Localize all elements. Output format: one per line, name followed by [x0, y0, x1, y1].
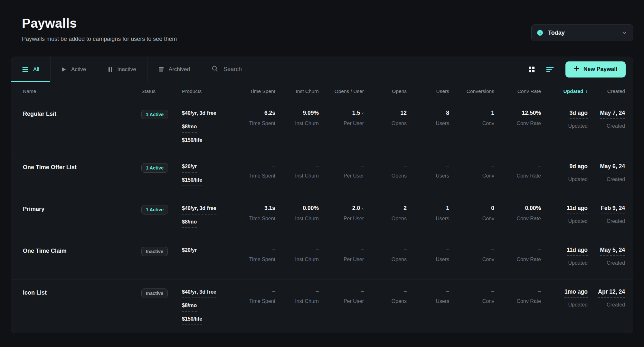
new-paywall-button[interactable]: New Paywall — [565, 61, 626, 78]
sort-list-icon[interactable] — [545, 65, 555, 74]
metric-cell-users: 8Users — [407, 110, 449, 146]
updated-label: Updated — [541, 302, 588, 308]
metric-value: – — [319, 163, 364, 169]
sort-arrow-icon: ↓ — [585, 88, 588, 94]
updated-label: Updated — [541, 177, 588, 182]
metric-value: – — [449, 163, 494, 169]
status-cell: Inactive — [141, 288, 182, 325]
metric-label: Per User — [319, 298, 364, 304]
products-cell: $20/yr$150/life — [182, 163, 240, 188]
product-item[interactable]: $150/life — [182, 316, 202, 325]
product-item[interactable]: $150/life — [182, 137, 202, 146]
play-icon — [62, 67, 66, 72]
metric-value: 9.09% — [275, 110, 319, 116]
created-value[interactable]: May 5, 24 — [600, 247, 625, 256]
metric-cell-opens-per-user: 1.5×Per User — [319, 110, 364, 146]
updated-value[interactable]: 3d ago — [570, 110, 588, 119]
column-header-conv-rate[interactable]: Conv Rate — [494, 88, 541, 94]
metric-cell-opens-per-user: –Per User — [319, 288, 364, 325]
metric-label: Opens — [364, 173, 407, 179]
metric-value: – — [364, 163, 407, 169]
metric-label: Inst Churn — [275, 216, 319, 222]
tab-all[interactable]: All — [11, 57, 51, 82]
date-filter-dropdown[interactable]: Today — [531, 24, 633, 41]
metric-cell-inst-churn: –Inst Churn — [275, 247, 319, 272]
metric-cell-inst-churn: –Inst Churn — [275, 288, 319, 325]
metric-value: 8 — [407, 110, 449, 116]
product-item[interactable]: $40/yr, 3d free — [182, 289, 216, 298]
product-item[interactable]: $150/life — [182, 177, 202, 186]
metric-cell-conversions: –Conv — [449, 163, 494, 188]
column-header-conversions[interactable]: Conversions — [449, 88, 494, 94]
metric-label: Conv Rate — [494, 298, 541, 304]
product-item[interactable]: $20/yr — [182, 247, 197, 256]
metric-cell-conversions: 0Conv — [449, 205, 494, 230]
metric-value: 0 — [449, 205, 494, 212]
metric-cell-conversions: –Conv — [449, 247, 494, 272]
metric-label: Time Spent — [240, 121, 275, 126]
created-value[interactable]: May 6, 24 — [600, 163, 625, 172]
updated-value[interactable]: 1mo ago — [564, 288, 588, 298]
updated-value[interactable]: 9d ago — [570, 163, 588, 172]
created-value[interactable]: Apr 12, 24 — [598, 288, 625, 298]
metric-value: – — [494, 288, 541, 294]
column-header-name[interactable]: Name — [23, 88, 141, 94]
tab-archived[interactable]: Archived — [147, 57, 201, 82]
tab-active[interactable]: Active — [51, 57, 97, 82]
grid-view-icon[interactable] — [527, 65, 536, 74]
metric-cell-conversions: 1Conv — [449, 110, 494, 146]
table-row[interactable]: One Time Offer List 1 Active $20/yr$150/… — [11, 154, 633, 196]
column-header-created[interactable]: Created — [588, 88, 625, 94]
metric-label: Opens — [364, 298, 407, 304]
metric-cell-inst-churn: –Inst Churn — [275, 163, 319, 188]
metric-value: 0.00% — [494, 205, 541, 212]
created-cell: Apr 12, 24 Created — [588, 288, 625, 325]
column-header-inst-churn[interactable]: Inst Churn — [275, 88, 319, 94]
metric-label: Time Spent — [240, 173, 275, 179]
metric-label: Time Spent — [240, 216, 275, 222]
product-item[interactable]: $40/yr, 3d free — [182, 205, 216, 215]
status-badge: 1 Active — [141, 163, 168, 173]
metric-value: 2 — [364, 205, 407, 212]
column-header-updated[interactable]: Updated↓ — [541, 88, 588, 94]
product-item[interactable]: $20/yr — [182, 164, 197, 173]
page-header: Paywalls Paywalls must be added to campa… — [0, 0, 644, 42]
column-header-status[interactable]: Status — [141, 88, 182, 94]
metric-value: 1 — [449, 110, 494, 116]
table-row[interactable]: Regular Lsit 1 Active $40/yr, 3d free$8/… — [11, 101, 633, 154]
column-header-opens[interactable]: Opens — [364, 88, 407, 94]
metric-label: Conv Rate — [494, 173, 541, 179]
product-item[interactable]: $40/yr, 3d free — [182, 110, 216, 119]
updated-value[interactable]: 11d ago — [567, 247, 588, 256]
column-header-time-spent[interactable]: Time Spent — [240, 88, 275, 94]
table-row[interactable]: One Time Claim Inactive $20/yr –Time Spe… — [11, 238, 633, 279]
tab-inactive[interactable]: Inactive — [97, 57, 147, 82]
product-item[interactable]: $8/mo — [182, 124, 197, 133]
created-cell: May 5, 24 Created — [588, 247, 625, 272]
updated-cell: 3d ago Updated — [541, 110, 588, 146]
metric-label: Opens — [364, 216, 407, 222]
column-header-opens-user[interactable]: Opens / User — [319, 88, 364, 94]
created-value[interactable]: May 7, 24 — [600, 110, 625, 119]
created-value[interactable]: Feb 9, 24 — [601, 205, 625, 214]
metric-label: Conv — [449, 121, 494, 126]
metric-value: 3.1s — [240, 205, 275, 212]
product-item[interactable]: $8/mo — [182, 219, 197, 228]
table-row[interactable]: Icon List Inactive $40/yr, 3d free$8/mo$… — [11, 279, 633, 333]
metric-value: 6.2s — [240, 110, 275, 116]
column-header-users[interactable]: Users — [407, 88, 449, 94]
search-input[interactable] — [223, 66, 527, 73]
product-item[interactable]: $8/mo — [182, 303, 197, 312]
metric-cell-conv-rate: 12.50%Conv Rate — [494, 110, 541, 146]
multiplier-suffix: × — [361, 111, 364, 116]
metric-cell-conv-rate: –Conv Rate — [494, 163, 541, 188]
table-row[interactable]: Primary 1 Active $40/yr, 3d free$8/mo 3.… — [11, 196, 633, 238]
metric-label: Users — [407, 173, 449, 179]
created-cell: May 6, 24 Created — [588, 163, 625, 188]
column-header-products[interactable]: Products — [182, 88, 240, 94]
metric-cell-inst-churn: 9.09%Inst Churn — [275, 110, 319, 146]
metric-cell-users: –Users — [407, 247, 449, 272]
pause-icon — [108, 67, 112, 72]
updated-value[interactable]: 11d ago — [567, 205, 588, 214]
metric-cell-conv-rate: –Conv Rate — [494, 288, 541, 325]
